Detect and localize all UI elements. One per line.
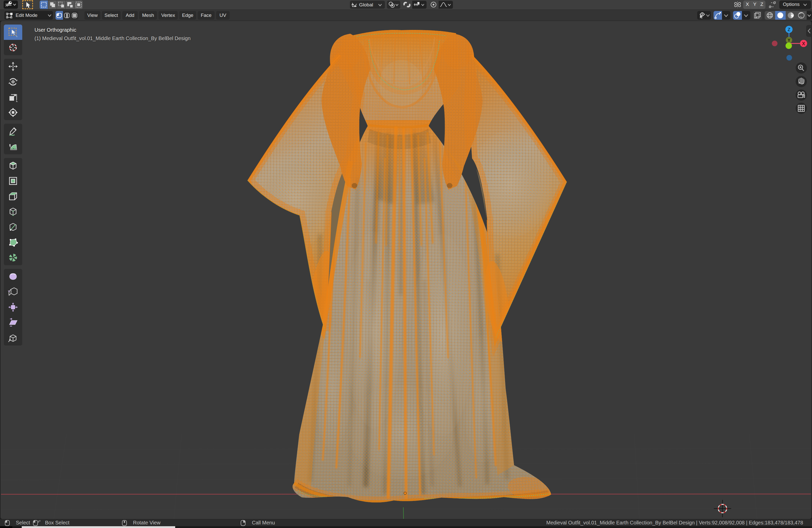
svg-text:X: X — [802, 41, 805, 46]
svg-text:Y: Y — [787, 38, 791, 43]
svg-text:Z: Z — [788, 27, 791, 32]
